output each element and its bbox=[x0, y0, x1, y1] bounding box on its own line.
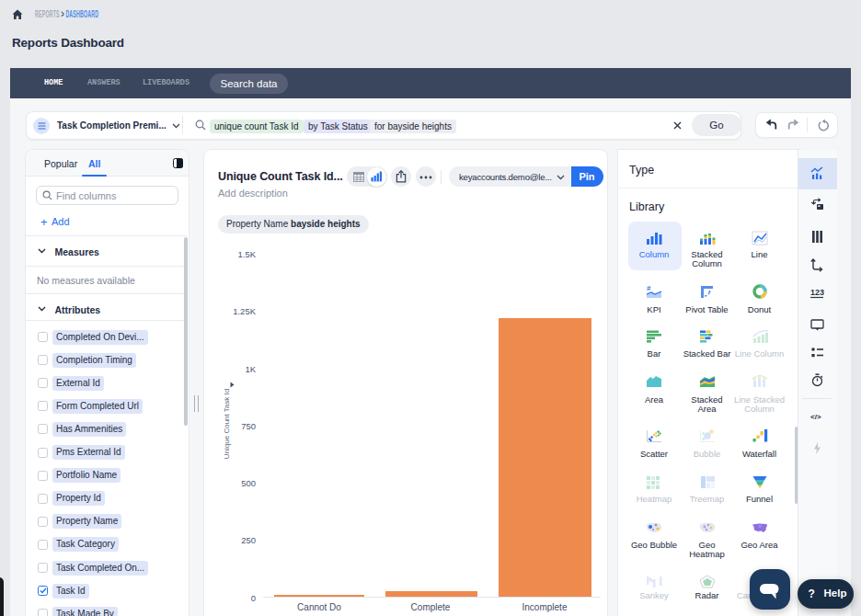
svg-text:</>: </> bbox=[810, 413, 821, 421]
svg-text:123: 123 bbox=[810, 288, 824, 297]
svg-text:#: # bbox=[647, 284, 651, 292]
